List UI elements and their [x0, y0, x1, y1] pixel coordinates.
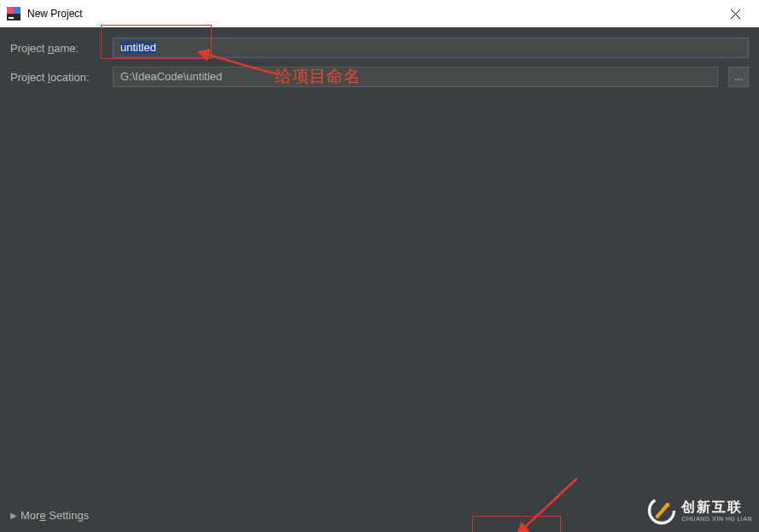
svg-rect-2: [14, 7, 20, 14]
watermark: 创新互联 CHUANG XIN HU LIAN: [647, 496, 752, 525]
app-icon: [7, 7, 20, 20]
browse-button[interactable]: ...: [728, 67, 749, 87]
window-title: New Project: [27, 8, 718, 20]
watermark-en: CHUANG XIN HU LIAN: [681, 516, 752, 522]
watermark-text: 创新互联 CHUANG XIN HU LIAN: [681, 500, 752, 522]
svg-point-9: [666, 503, 670, 507]
project-name-row: Project name: untitled: [10, 38, 749, 58]
svg-rect-3: [9, 17, 14, 19]
expand-icon: ▶: [10, 511, 17, 520]
project-location-input[interactable]: G:\IdeaCode\untitled: [113, 67, 718, 87]
close-icon: [731, 9, 740, 19]
svg-rect-1: [7, 7, 14, 14]
project-name-input[interactable]: untitled: [113, 38, 749, 58]
close-button[interactable]: [718, 0, 752, 27]
browse-label: ...: [734, 71, 743, 83]
project-location-row: Project location: G:\IdeaCode\untitled .…: [10, 67, 749, 87]
project-name-label: Project name:: [10, 42, 106, 55]
more-settings-toggle[interactable]: ▶ More Settings: [10, 509, 89, 522]
project-location-label: Project location:: [10, 71, 106, 84]
dialog-content: Project name: untitled Project location:…: [0, 27, 759, 532]
watermark-logo-icon: [647, 496, 676, 525]
more-settings-label: More Settings: [20, 509, 89, 522]
project-location-value: G:\IdeaCode\untitled: [120, 70, 222, 83]
watermark-cn: 创新互联: [681, 500, 752, 514]
project-name-value: untitled: [120, 41, 156, 54]
titlebar: New Project: [0, 0, 759, 27]
